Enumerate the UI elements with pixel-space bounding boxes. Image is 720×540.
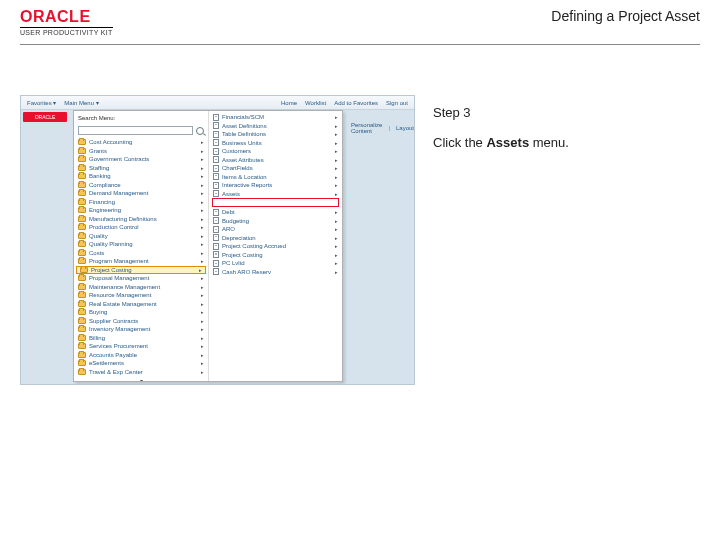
submenu-item[interactable]: Asset Definitions▸: [209, 122, 342, 131]
menu-item[interactable]: Billing▸: [74, 334, 208, 343]
submenu-item-label: Customers: [222, 148, 330, 154]
search-icon[interactable]: [196, 127, 204, 135]
submenu-item[interactable]: Project Costing▸: [209, 251, 342, 260]
nav-add-fav[interactable]: Add to Favorites: [334, 100, 378, 106]
nav-signout[interactable]: Sign out: [386, 100, 408, 106]
submenu-item[interactable]: Table Definitions▸: [209, 130, 342, 139]
menu-item[interactable]: Manufacturing Definitions▸: [74, 215, 208, 224]
submenu-item-label: Assets: [222, 191, 330, 197]
doc-icon: [213, 131, 219, 138]
submenu-item[interactable]: Project Costing Accrued▸: [209, 242, 342, 251]
submenu-item[interactable]: Assets▸: [209, 190, 342, 199]
menu-item[interactable]: Costs▸: [74, 249, 208, 258]
menu-item-label: Travel & Exp Center: [89, 369, 196, 375]
submenu-item[interactable]: Customers▸: [209, 147, 342, 156]
menu-item[interactable]: Cost Accounting▸: [74, 138, 208, 147]
submenu-item[interactable]: Budgeting▸: [209, 217, 342, 226]
menu-item-label: Program Management: [89, 258, 196, 264]
step-text-bold: Assets: [486, 135, 529, 150]
submenu-item[interactable]: Cash ARO Reserv▸: [209, 268, 342, 277]
menu-item[interactable]: Demand Management▸: [74, 189, 208, 198]
menu-item[interactable]: Inventory Management▸: [74, 325, 208, 334]
folder-icon: [78, 156, 86, 162]
logo-oracle: ORACLE: [20, 8, 113, 26]
menu-item[interactable]: eSettlements▸: [74, 359, 208, 368]
chevron-right-icon: ▸: [201, 182, 204, 188]
submenu-item[interactable]: Business Units▸: [209, 139, 342, 148]
menu-search-label: Search Menu:: [78, 115, 115, 121]
page-title: Defining a Project Asset: [551, 8, 700, 24]
chevron-right-icon: ▸: [201, 233, 204, 239]
instruction-panel: Step 3 Click the Assets menu.: [415, 95, 700, 520]
submenu-item[interactable]: Depreciation▸: [209, 234, 342, 243]
chevron-right-icon: ▸: [201, 199, 204, 205]
chevron-right-icon: ▸: [201, 241, 204, 247]
menu-item[interactable]: Program Management▸: [74, 257, 208, 266]
step-label: Step 3: [433, 105, 682, 120]
menu-item[interactable]: Services Procurement▸: [74, 342, 208, 351]
main-menu-panel: Search Menu: Cost Accounting▸Grants▸Gove…: [73, 110, 343, 382]
folder-icon: [78, 139, 86, 145]
folder-icon: [78, 284, 86, 290]
submenu-item[interactable]: Financials/SCM▸: [209, 113, 342, 122]
menu-item[interactable]: Accounts Payable▸: [74, 351, 208, 360]
nav-favorites[interactable]: Favorites ▾: [27, 99, 56, 106]
chevron-right-icon: ▸: [201, 326, 204, 332]
scroll-down-icon[interactable]: ▾: [74, 376, 208, 381]
menu-item[interactable]: Proposal Management▸: [74, 274, 208, 283]
menu-item[interactable]: Quality Planning▸: [74, 240, 208, 249]
doc-icon: [213, 209, 219, 216]
menu-item[interactable]: Travel & Exp Center▸: [74, 368, 208, 377]
doc-icon: [213, 226, 219, 233]
personalize-content-link[interactable]: Personalize Content: [351, 122, 382, 134]
menu-item[interactable]: Engineering▸: [74, 206, 208, 215]
menu-item[interactable]: Maintenance Management▸: [74, 283, 208, 292]
menu-item[interactable]: Supplier Contracts▸: [74, 317, 208, 326]
nav-home[interactable]: Home: [281, 100, 297, 106]
menu-item-label: Engineering: [89, 207, 196, 213]
menu-item[interactable]: Project Costing▸: [76, 266, 206, 275]
step-text: Click the Assets menu.: [433, 134, 682, 152]
submenu-item[interactable]: PC Lvltd▸: [209, 259, 342, 268]
folder-icon: [78, 148, 86, 154]
step-text-before: Click the: [433, 135, 486, 150]
menu-item[interactable]: Financing▸: [74, 198, 208, 207]
menu-item[interactable]: Government Contracts▸: [74, 155, 208, 164]
submenu-item[interactable]: Interactive Reports▸: [209, 181, 342, 190]
nav-main-menu[interactable]: Main Menu ▾: [64, 99, 98, 106]
submenu-item[interactable]: Debt▸: [209, 208, 342, 217]
folder-icon: [78, 309, 86, 315]
chevron-right-icon: ▸: [201, 156, 204, 162]
chevron-right-icon: ▸: [335, 226, 338, 232]
menu-item[interactable]: Banking▸: [74, 172, 208, 181]
chevron-right-icon: ▸: [335, 191, 338, 197]
folder-icon: [78, 233, 86, 239]
submenu-item[interactable]: ChartFields▸: [209, 164, 342, 173]
menu-item[interactable]: Buying▸: [74, 308, 208, 317]
menu-item[interactable]: Resource Management▸: [74, 291, 208, 300]
search-input[interactable]: [78, 126, 193, 135]
submenu-item[interactable]: ARO▸: [209, 225, 342, 234]
doc-icon: [213, 268, 219, 275]
submenu-item-label: Table Definitions: [222, 131, 330, 137]
menu-item[interactable]: Production Control▸: [74, 223, 208, 232]
nav-worklist[interactable]: Worklist: [305, 100, 326, 106]
menu-item-label: Services Procurement: [89, 343, 196, 349]
step-text-after: menu.: [529, 135, 569, 150]
mini-logo: ORACLE: [23, 112, 67, 122]
menu-item[interactable]: Staffing▸: [74, 164, 208, 173]
submenu-item-label: Cash ARO Reserv: [222, 269, 330, 275]
submenu-item[interactable]: Asset Attributes▸: [209, 156, 342, 165]
menu-item-label: eSettlements: [89, 360, 196, 366]
menu-item[interactable]: Real Estate Management▸: [74, 300, 208, 309]
submenu-item[interactable]: Items & Location▸: [209, 173, 342, 182]
menu-item[interactable]: Quality▸: [74, 232, 208, 241]
layout-link[interactable]: Layout: [396, 125, 414, 131]
submenu-item-label: Project Costing Accrued: [222, 243, 330, 249]
doc-icon: [213, 251, 219, 258]
menu-item[interactable]: Grants▸: [74, 147, 208, 156]
chevron-right-icon: ▸: [335, 157, 338, 163]
menu-item[interactable]: Compliance▸: [74, 181, 208, 190]
chevron-right-icon: ▸: [201, 360, 204, 366]
stage: Favorites ▾ Main Menu ▾ Home Worklist Ad…: [20, 95, 700, 520]
